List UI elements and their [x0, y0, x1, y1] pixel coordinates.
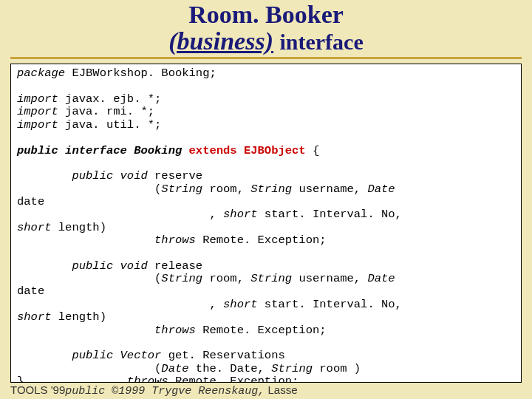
kw-short: short: [17, 221, 52, 234]
import-3: java. util. *;: [58, 118, 162, 132]
kw-short: short: [17, 310, 52, 324]
kw-short: short: [223, 208, 258, 221]
kw-short: short: [223, 298, 258, 311]
footer: TOOLS '99public ©1999 Trygve Reenskaug, …: [10, 383, 522, 398]
kw-date: Date: [161, 362, 188, 375]
kw-public-void: public void: [72, 169, 147, 183]
kw-throws: throws: [127, 375, 168, 383]
kw-throws: throws: [154, 233, 196, 247]
open-brace: {: [306, 144, 320, 157]
kw-string: String: [161, 272, 202, 285]
pub-interface: public interface Booking: [17, 144, 189, 157]
import-1: javax. ejb. *;: [58, 92, 162, 106]
code-box: package EJBWorkshop. Booking; import jav…: [10, 64, 522, 383]
kw-date: Date: [367, 272, 395, 285]
kw-import: import: [17, 118, 58, 132]
kw-public-void: public void: [72, 259, 147, 273]
kw-string: String: [250, 183, 292, 196]
footer-mono: public ©1999 Trygve Reenskaug,: [65, 385, 265, 398]
kw-import: import: [17, 92, 58, 106]
divider: [10, 57, 522, 59]
kw-string: String: [250, 272, 292, 285]
footer-right: Lasse: [265, 383, 297, 396]
kw-package: package: [17, 66, 65, 80]
kw-throws: throws: [154, 324, 196, 337]
title-interface: interface: [279, 30, 363, 54]
kw-date: Date: [367, 183, 395, 196]
kw-public-vector: public Vector: [72, 349, 161, 362]
slide-header: Room. Booker (business) interface: [0, 0, 532, 54]
kw-string: String: [271, 362, 313, 375]
footer-left: TOOLS '99: [10, 383, 65, 396]
kw-import: import: [17, 105, 58, 118]
kw-string: String: [161, 183, 202, 196]
extends-clause: extends EJBObject: [189, 144, 306, 157]
title-line-1: Room. Booker: [0, 1, 532, 28]
title-line-2: (business) interface: [0, 28, 532, 55]
pkg-name: EJBWorkshop. Booking;: [65, 66, 216, 80]
import-2: java. rmi. *;: [58, 105, 154, 118]
title-business: (business): [168, 27, 273, 55]
